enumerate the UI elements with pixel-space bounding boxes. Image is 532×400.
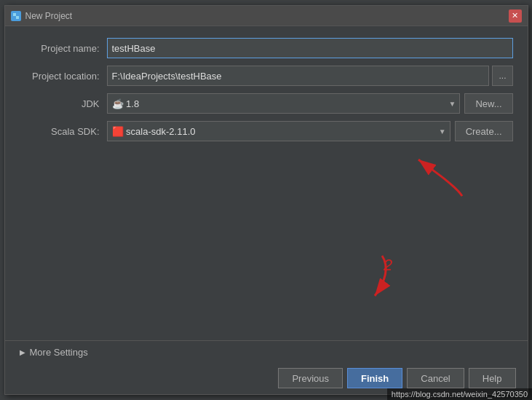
project-name-label: Project name:: [20, 43, 107, 54]
jdk-label: JDK: [20, 98, 107, 109]
scala-sdk-label: Scala SDK:: [20, 126, 107, 137]
more-settings-arrow-icon: ▶: [20, 348, 25, 356]
scala-sdk-row: Scala SDK: 🟥 scala-sdk-2.11.0 ▼ Create..…: [20, 121, 513, 141]
jdk-row: JDK ☕ 1.8 ▼ New...: [20, 93, 513, 114]
svg-rect-1: [16, 16, 19, 19]
scala-sdk-dropdown-wrapper: 🟥 scala-sdk-2.11.0 ▼: [107, 121, 450, 141]
project-name-row: Project name:: [20, 38, 513, 58]
window-title: New Project: [25, 11, 73, 21]
project-location-row: Project location: ...: [20, 66, 513, 86]
arrow-1-icon: [411, 156, 469, 200]
close-button[interactable]: ✕: [509, 9, 522, 23]
browse-button[interactable]: ...: [492, 66, 512, 86]
jdk-new-button[interactable]: New...: [464, 93, 512, 114]
title-bar-left: New Project: [11, 11, 73, 21]
more-settings-row[interactable]: ▶ More Settings: [5, 341, 528, 364]
project-location-input[interactable]: [107, 66, 490, 86]
cancel-button[interactable]: Cancel: [407, 368, 464, 388]
arrow-2-icon: 2: [346, 248, 397, 307]
more-settings-label: More Settings: [30, 347, 88, 358]
jdk-dropdown-wrapper: ☕ 1.8 ▼: [107, 93, 461, 114]
window-icon: [11, 11, 21, 21]
finish-button[interactable]: Finish: [347, 368, 402, 388]
watermark: https://blog.csdn.net/weixin_42570350: [387, 388, 532, 400]
svg-text:2: 2: [383, 256, 392, 274]
scala-sdk-select[interactable]: 🟥 scala-sdk-2.11.0: [107, 121, 450, 141]
new-project-window: New Project ✕ Project name: Project loca…: [4, 5, 528, 395]
scala-create-button[interactable]: Create...: [455, 121, 513, 141]
previous-button[interactable]: Previous: [278, 368, 343, 388]
svg-rect-0: [13, 13, 16, 16]
title-bar: New Project ✕: [5, 6, 528, 26]
bottom-section: ▶ More Settings Previous Finish Cancel H…: [5, 340, 528, 394]
middle-area: 2: [20, 149, 513, 329]
form-content: Project name: Project location: ... JDK …: [5, 26, 528, 340]
jdk-select[interactable]: ☕ 1.8: [107, 93, 461, 114]
help-button[interactable]: Help: [469, 368, 516, 388]
project-name-input[interactable]: [107, 38, 513, 58]
project-location-label: Project location:: [20, 71, 107, 82]
